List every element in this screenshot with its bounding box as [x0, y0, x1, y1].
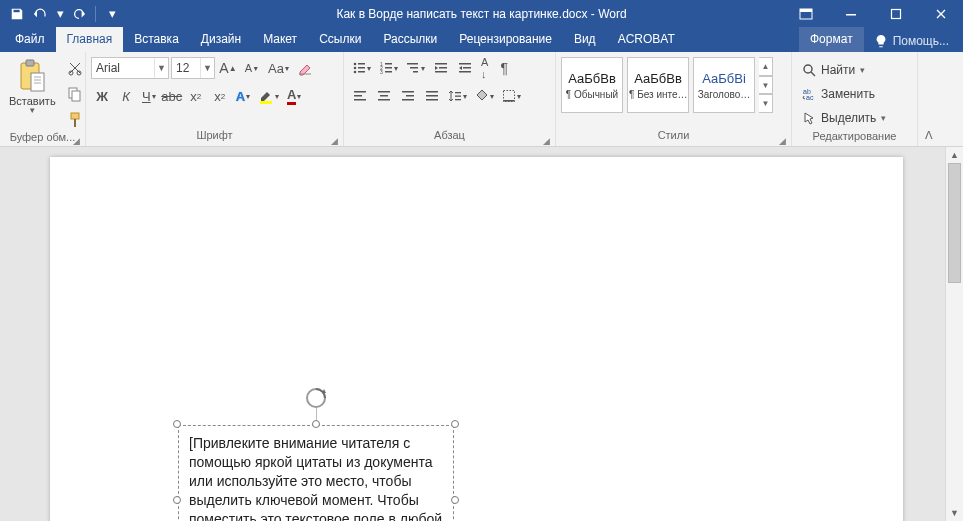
close-icon[interactable] [918, 0, 963, 27]
save-icon[interactable] [6, 3, 28, 25]
undo-dropdown-icon[interactable]: ▾ [54, 3, 66, 25]
tab-format[interactable]: Формат [799, 27, 864, 52]
svg-rect-44 [426, 91, 438, 93]
style-normal[interactable]: АаБбВв ¶ Обычный [561, 57, 623, 113]
ribbon-display-options-icon[interactable] [783, 0, 828, 27]
show-marks-icon[interactable]: ¶ [493, 57, 515, 79]
text-box-content[interactable]: [Привлеките внимание читателя с помощью … [178, 425, 454, 521]
search-icon [802, 63, 816, 77]
font-dialog-launcher[interactable]: ◢ [331, 136, 338, 146]
justify-icon[interactable] [421, 85, 443, 107]
tab-home[interactable]: Главная [56, 27, 124, 52]
gallery-expand-icon[interactable]: ▼ [759, 94, 773, 113]
decrease-indent-icon[interactable] [430, 57, 452, 79]
shrink-font-icon[interactable]: A▼ [241, 57, 263, 79]
vertical-scrollbar: ▲ ▼ [945, 147, 963, 521]
tab-references[interactable]: Ссылки [308, 27, 372, 52]
cut-icon[interactable] [64, 57, 86, 79]
align-center-icon[interactable] [373, 85, 395, 107]
tab-mailings[interactable]: Рассылки [372, 27, 448, 52]
tab-design[interactable]: Дизайн [190, 27, 252, 52]
scroll-track[interactable] [946, 163, 963, 505]
tab-acrobat[interactable]: ACROBAT [607, 27, 686, 52]
svg-rect-10 [72, 91, 80, 101]
tab-view[interactable]: Вид [563, 27, 607, 52]
bullets-icon[interactable]: ▾ [349, 57, 374, 79]
svg-rect-32 [459, 63, 471, 65]
resize-handle-ne[interactable] [451, 420, 459, 428]
svg-rect-3 [891, 9, 900, 18]
svg-rect-12 [74, 119, 76, 127]
scroll-down-icon[interactable]: ▼ [946, 505, 963, 521]
format-painter-icon[interactable] [64, 109, 86, 131]
replace-button[interactable]: abac Заменить [800, 83, 909, 104]
line-spacing-icon[interactable]: ▾ [445, 85, 470, 107]
text-effects-icon[interactable]: A▾ [233, 85, 253, 107]
strikethrough-icon[interactable]: abc [161, 85, 183, 107]
increase-indent-icon[interactable] [454, 57, 476, 79]
window-controls [783, 0, 963, 27]
svg-rect-5 [26, 60, 34, 66]
numbering-icon[interactable]: 123▾ [376, 57, 401, 79]
scroll-thumb[interactable] [948, 163, 961, 283]
maximize-icon[interactable] [873, 0, 918, 27]
svg-rect-34 [459, 71, 471, 73]
style-heading1[interactable]: АаБбВі Заголово… [693, 57, 755, 113]
quick-access-toolbar: ▾ ▾ [6, 3, 123, 25]
redo-icon[interactable] [68, 3, 90, 25]
borders-icon[interactable]: ▾ [499, 85, 524, 107]
group-clipboard-label: Буфер обм...◢ [5, 131, 80, 146]
underline-icon[interactable]: Ч▾ [139, 85, 159, 107]
collapse-ribbon-icon[interactable]: ᐱ [918, 52, 940, 146]
svg-rect-27 [410, 67, 418, 69]
find-button[interactable]: Найти▾ [800, 59, 909, 80]
svg-rect-13 [260, 101, 272, 104]
highlight-icon[interactable]: ▾ [255, 85, 282, 107]
tell-me[interactable]: Помощь... [864, 34, 959, 52]
superscript-icon[interactable]: x2 [209, 85, 231, 107]
group-paragraph: ▾ 123▾ ▾ A↓ ¶ ▾ ▾ ▾ Абзац◢ [344, 52, 556, 146]
svg-rect-37 [354, 99, 366, 101]
grow-font-icon[interactable]: A▲ [217, 57, 239, 79]
styles-dialog-launcher[interactable]: ◢ [779, 136, 786, 146]
svg-text:ac: ac [806, 94, 814, 101]
clipboard-dialog-launcher[interactable]: ◢ [73, 136, 80, 146]
align-right-icon[interactable] [397, 85, 419, 107]
shading-icon[interactable]: ▾ [472, 85, 497, 107]
select-button[interactable]: Выделить▾ [800, 107, 909, 128]
qat-customize-icon[interactable]: ▾ [101, 3, 123, 25]
tab-insert[interactable]: Вставка [123, 27, 190, 52]
multilevel-list-icon[interactable]: ▾ [403, 57, 428, 79]
text-box[interactable]: [Привлеките внимание читателя с помощью … [178, 425, 454, 521]
svg-rect-36 [354, 95, 362, 97]
bold-icon[interactable]: Ж [91, 85, 113, 107]
font-size-combo[interactable]: 12▼ [171, 57, 215, 79]
gallery-down-icon[interactable]: ▼ [759, 76, 773, 95]
style-no-spacing[interactable]: АаБбВв ¶ Без инте… [627, 57, 689, 113]
font-color-icon[interactable]: A▾ [284, 85, 304, 107]
undo-icon[interactable] [30, 3, 52, 25]
resize-handle-n[interactable] [312, 420, 320, 428]
group-paragraph-label: Абзац◢ [349, 129, 550, 146]
rotate-handle-icon[interactable] [305, 387, 327, 409]
paragraph-dialog-launcher[interactable]: ◢ [543, 136, 550, 146]
scroll-up-icon[interactable]: ▲ [946, 147, 963, 163]
italic-icon[interactable]: К [115, 85, 137, 107]
tab-file[interactable]: Файл [4, 27, 56, 52]
gallery-up-icon[interactable]: ▲ [759, 57, 773, 76]
copy-icon[interactable] [64, 83, 86, 105]
align-left-icon[interactable] [349, 85, 371, 107]
subscript-icon[interactable]: x2 [185, 85, 207, 107]
tab-review[interactable]: Рецензирование [448, 27, 563, 52]
svg-rect-15 [358, 63, 365, 65]
svg-text:3: 3 [380, 69, 383, 75]
sort-icon[interactable]: A↓ [478, 57, 491, 79]
clear-formatting-icon[interactable] [294, 57, 316, 79]
change-case-icon[interactable]: Aa▾ [265, 57, 292, 79]
font-name-combo[interactable]: Arial▼ [91, 57, 169, 79]
minimize-icon[interactable] [828, 0, 873, 27]
tab-layout[interactable]: Макет [252, 27, 308, 52]
resize-handle-nw[interactable] [173, 420, 181, 428]
cursor-icon [802, 111, 816, 125]
paste-button[interactable]: Вставить ▼ [5, 57, 60, 116]
